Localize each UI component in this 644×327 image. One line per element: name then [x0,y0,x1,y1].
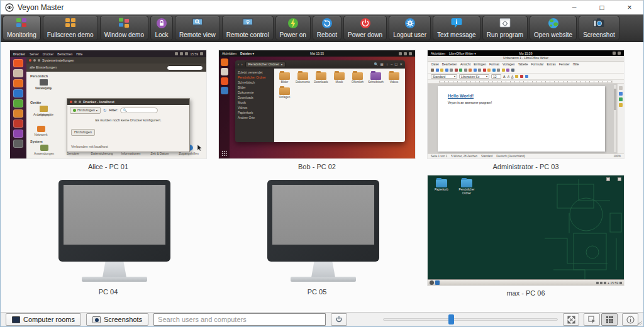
offline-monitor-icon [267,180,379,282]
screenshot-button[interactable]: Screenshot [579,16,619,40]
monitoring-icon [14,18,28,29]
auto-fit-icon [567,316,575,324]
text-message-icon [450,18,464,29]
sidebar-item: Andere Orte [235,115,274,120]
remote-view-button[interactable]: Remote view [175,16,220,40]
fullscreen-demo-button[interactable]: Fullscreen demo [43,16,98,40]
gnome-topbar: Mai 15:55 Aktivitäten Dateien ▾ [219,50,415,57]
status-segment: Deutsch (Deutschland) [496,155,525,158]
power-on-button[interactable]: Power on [275,16,311,40]
open-website-button[interactable]: Open website [530,16,577,40]
computer-thumbnail-max[interactable]: Papierkorb Persönlicher Ordner ▴ 15:59 [428,175,624,285]
printer-filter-box: 🔍 [120,108,158,113]
launcher-calc-icon [13,99,23,108]
sidebar-item: Zuletzt verwendet [235,70,274,75]
auto-fit-button[interactable] [563,313,579,326]
sidebar-item: Musik [235,100,274,105]
menu-item: Einfügen [474,62,486,66]
doc-heading: Hello World! [448,94,595,98]
search-input[interactable] [153,313,326,326]
screenshot-icon [592,18,606,29]
reboot-button[interactable]: Reboot [313,16,341,40]
thumbnail-size-slider[interactable] [383,313,558,326]
files-content: Bilder Dokumente Downloads Musik [274,69,405,142]
reboot-icon [320,18,334,29]
computer-cell-pc05: PC 05 [219,172,428,312]
remote-control-icon [241,18,255,29]
screenshots-icon [92,316,101,323]
settings-search-box [167,65,203,70]
settings-item: Anwendungen [30,145,58,155]
desktop-widget [618,177,621,181]
minimize-button[interactable]: – [560,1,588,14]
files-window: ‹› Persönlicher Ordner▾ 🔍▦⋮–▢✕ Zuletzt v… [235,60,405,142]
folder-icon [334,72,345,80]
run-program-icon [498,18,512,29]
files-headerbar: ‹› Persönlicher Ordner▾ 🔍▦⋮–▢✕ [235,60,405,69]
menu-item: Fenster [559,62,570,66]
logout-user-button[interactable]: Logout user [389,16,431,40]
remote-control-button[interactable]: Remote control [222,16,274,40]
computer-cell-max: Papierkorb Persönlicher Ordner ▴ 15:59 [428,172,636,312]
veyon-master-window: Veyon Master – □ × Monitoring Fullscreen… [0,0,644,327]
text-message-button[interactable]: Text message [433,16,480,40]
computer-name: Administrator - PC 03 [428,163,624,170]
menu-item: Hilfe [76,52,82,56]
computer-thumbnail-pc04[interactable] [10,180,219,282]
window-demo-button[interactable]: Window demo [100,16,148,40]
folder-icon [370,72,381,80]
sidebar-item: Papierkorb [235,110,274,115]
dock-firefox-icon [221,58,228,66]
run-program-button[interactable]: Run program [482,16,528,40]
slider-track [383,318,558,321]
maximize-button[interactable]: □ [588,1,616,14]
settings-item-netzwerk: Netzwerk [28,126,54,136]
sidebar-item: Dokumente [235,90,274,95]
menu-item: Betrachten [57,52,72,56]
power-icon [335,316,343,323]
power-down-button[interactable]: Power down [343,16,387,40]
monitoring-button[interactable]: Monitoring [3,16,41,40]
power-state-filter-button[interactable] [331,313,347,326]
computer-thumbnail-alice[interactable]: Drucker ServerDruckerBetrachtenHilfe 15:… [10,50,206,158]
slider-handle[interactable] [448,314,454,324]
fullscreen-demo-icon [64,18,77,29]
close-button[interactable]: × [616,1,643,14]
folder-item: Videos [385,71,403,84]
lock-button[interactable]: Lock [150,16,173,40]
align-to-grid-button[interactable] [601,313,618,326]
clock: 15:59 [190,52,198,56]
ubuntu-dock [219,57,230,158]
computer-rooms-button[interactable]: Computer rooms [6,313,81,326]
open-website-icon [547,18,560,29]
folder-item: Dokumente [294,71,312,84]
desktop-widget [606,177,610,181]
settings-item: Texteingabe [30,79,57,90]
launcher-dash-icon [13,59,23,67]
toolbar: Monitoring Fullscreen demo Window demo L… [1,14,643,42]
refresh-icon: ↻ [103,108,107,113]
about-button[interactable] [622,313,638,326]
computer-thumbnail-administrator[interactable]: Mo 15:59 Aktivitäten LibreOffice Writer … [428,50,624,158]
computer-cell-alice: Drucker ServerDruckerBetrachtenHilfe 15:… [10,42,219,172]
unity-launcher [10,57,26,158]
folder-icon [279,87,290,95]
menu-item: Vorlagen [502,62,515,66]
launcher-writer-icon [13,89,23,97]
folder-icon [352,72,363,80]
computer-thumbnail-pc05[interactable] [219,180,428,282]
writer-menubar: DateiBearbeitenAnsichtEinfügenFormatVorl… [428,62,624,67]
computer-name: PC 04 [10,288,206,296]
printer-dialog: Drucker - localhost Hinzufügen▾ ↻ Filter… [67,98,190,152]
libreoffice-window: Unbenannt 1 - LibreOffice Writer DateiBe… [428,56,624,158]
resize-grip[interactable] [637,320,642,325]
window-demo-icon [117,18,131,29]
computer-thumbnail-bob[interactable]: Mai 15:55 Aktivitäten Dateien ▾ ‹› Persö… [219,50,415,158]
mouse-cursor [197,145,202,151]
dock-software-icon [221,77,228,85]
computer-name: Bob - PC 02 [219,163,415,170]
power-down-icon [358,18,372,29]
screenshots-button[interactable]: Screenshots [86,313,148,326]
veyon-logo-icon [5,3,14,12]
custom-arrangement-button[interactable] [584,313,600,326]
